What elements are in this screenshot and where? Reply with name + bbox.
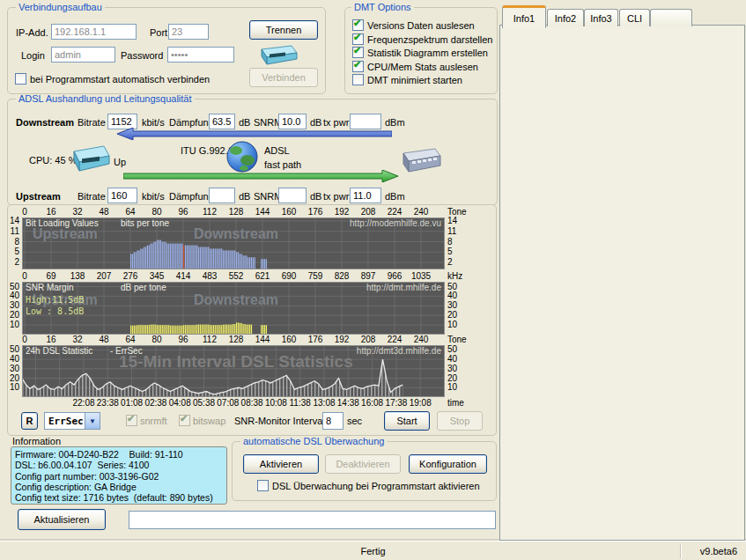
ds-bitrate-unit: kbit/s: [142, 117, 165, 128]
snr-margin-ytick-left: 30: [2, 301, 19, 310]
dsl-statistic-24h-ytick-right: 30: [447, 365, 457, 373]
activate-button[interactable]: Aktivieren: [243, 454, 319, 474]
ds-attenuation-label: Dämpfung: [169, 117, 214, 128]
password-label: Password: [121, 50, 163, 61]
snrmft-label: snrmft: [140, 416, 167, 426]
fastpath-label: fast path: [264, 159, 301, 170]
info-tab-panel: [499, 25, 745, 541]
login-label: Login: [21, 50, 45, 61]
bit-loading-bottom-axis-unit: kHz: [447, 272, 474, 281]
dsl-statistic-24h-ytick-right: 20: [447, 374, 457, 383]
dslam-icon: [398, 143, 442, 176]
dmt-option-label-dmt-minimiert-starten: DMT minimiert starten: [367, 75, 462, 85]
monitoring-startup-checkbox[interactable]: [257, 480, 269, 491]
bitswap-checkbox[interactable]: [179, 415, 190, 426]
dmt-option-label-cpu-mem-stats-auslesen: CPU/Mem Stats auslesen: [367, 62, 478, 72]
start-button[interactable]: Start: [384, 411, 430, 431]
svg-text:High:11.5dB: High:11.5dB: [26, 295, 84, 305]
adsl-group-title: ADSL Aushandlung und Leitungsqualität: [16, 94, 195, 104]
interval-label: SNR-Monitor Interval:: [234, 416, 328, 426]
snrmft-checkbox[interactable]: [126, 415, 137, 426]
checkbox-dmt-minimiert-starten[interactable]: [352, 74, 364, 85]
disconnect-button[interactable]: Trennen: [249, 20, 318, 40]
ds-txpwr-label: tx pwr: [323, 117, 349, 128]
interval-field[interactable]: [322, 412, 343, 430]
deactivate-button[interactable]: Deaktivieren: [325, 454, 401, 474]
checkbox-cpu-mem-stats-auslesen[interactable]: [352, 61, 364, 72]
dsl-statistic-24h-ytick-right: 10: [447, 383, 457, 392]
dsl-statistic-24h-ytick-right: 40: [447, 355, 457, 364]
tab-info3[interactable]: Info3: [584, 9, 618, 26]
bit-loading-plot: UpstreamDownstreamBit Loading Valuesbits…: [22, 217, 445, 269]
status-bar: Fertig v9.beta6: [0, 541, 746, 560]
stop-button[interactable]: Stop: [437, 411, 483, 431]
svg-text:SNR Margin: SNR Margin: [26, 283, 73, 292]
snr-margin-ytick-right: 50: [447, 283, 457, 291]
us-txpwr-label: tx pwr: [323, 191, 349, 202]
checkbox-versions-daten-auslesen[interactable]: [352, 19, 364, 31]
monitoring-startup-label: DSL Überwachung bei Programmstart aktivi…: [272, 481, 480, 491]
tab-blank[interactable]: [650, 9, 692, 26]
statusbar-divider: [680, 544, 681, 558]
snr-margin-ytick-left: 20: [2, 311, 19, 320]
monitoring-group-title: automatische DSL Überwachung: [240, 437, 387, 446]
snr-margin-ytick-left: 10: [2, 321, 19, 329]
dsl-statistic-24h-bottom-axis-tick: 19:08: [403, 399, 438, 408]
bit-loading-top-axis-tick: 240: [403, 208, 439, 217]
tab-info2[interactable]: Info2: [547, 9, 584, 26]
bit-loading-ytick-right: 14: [447, 217, 457, 225]
checkbox-statistik-diagramm-erstellen[interactable]: [352, 47, 364, 58]
svg-text:- ErrSec: - ErrSec: [110, 346, 143, 356]
status-text: Fertig: [0, 546, 746, 556]
bit-loading-ytick-right: 8: [447, 238, 453, 247]
version-text: v9.beta6: [700, 546, 737, 556]
snr-margin-ytick-left: 40: [2, 291, 19, 300]
metric-select-value: ErrSec: [45, 416, 85, 427]
refresh-button[interactable]: Aktualisieren: [18, 509, 106, 530]
dsl-statistic-24h-ytick-left: 10: [2, 383, 19, 392]
checkbox-frequenzspektrum-darstellen[interactable]: [352, 33, 364, 45]
tab-info1[interactable]: Info1: [502, 5, 546, 28]
reset-button[interactable]: R: [21, 412, 38, 430]
bit-loading-ytick-right: 5: [447, 247, 453, 256]
command-field[interactable]: [129, 511, 496, 529]
connect-button[interactable]: Verbinden: [249, 68, 318, 87]
configuration-button[interactable]: Konfiguration: [409, 454, 487, 474]
svg-text:http://dmt.mhilfe.de: http://dmt.mhilfe.de: [366, 283, 441, 292]
dsl-statistic-24h-plot: 15-Min Interval DSL Statistics24h DSL St…: [22, 345, 445, 397]
modem2-icon: [69, 141, 111, 174]
bit-loading-ytick-left: 14: [2, 217, 19, 225]
downstream-arrow-icon: [117, 128, 392, 140]
svg-text:Upstream: Upstream: [33, 226, 98, 241]
login-field[interactable]: [51, 47, 115, 63]
dsl-statistic-24h-bottom-axis-unit: time: [447, 399, 474, 408]
svg-text:Bit Loading Values: Bit Loading Values: [26, 218, 99, 228]
dsl-statistic-24h-ytick-left: 40: [2, 355, 19, 364]
svg-text:http://dmt3d.mhilfe.de: http://dmt3d.mhilfe.de: [357, 346, 442, 356]
autoconnect-checkbox[interactable]: [15, 73, 26, 85]
us-snrm-field[interactable]: [278, 188, 307, 203]
us-attenuation-field[interactable]: [209, 188, 235, 203]
dsl-statistic-24h-ytick-left: 30: [2, 365, 19, 373]
adsl-mode-label: ADSL: [264, 145, 290, 156]
port-field[interactable]: [168, 24, 209, 40]
interval-unit: sec: [347, 416, 362, 426]
password-field[interactable]: [167, 47, 234, 63]
metric-select[interactable]: ErrSec ▼: [44, 412, 100, 430]
bit-loading-bottom-axis-tick: 1035: [403, 272, 439, 281]
us-txpwr-field[interactable]: [350, 188, 381, 203]
autoconnect-label: bei Programmstart automatisch verbinden: [30, 74, 210, 85]
dmt-option-label-statistik-diagramm-erstellen: Statistik Diagramm erstellen: [367, 48, 488, 58]
ip-field[interactable]: [51, 24, 137, 40]
dmt-options-group-title: DMT Options: [351, 3, 414, 12]
information-box: Firmware: 004-D240-B22 Build: 91-110 DSL…: [11, 446, 227, 505]
dropdown-arrow-icon[interactable]: ▼: [85, 413, 100, 429]
us-bitrate-field[interactable]: [107, 188, 137, 203]
dmt-tool-window: Verbindungsaufbau IP-Add. Port Login Pas…: [0, 0, 746, 560]
port-label: Port: [150, 27, 167, 38]
bit-loading-ytick-left: 8: [2, 238, 19, 247]
svg-text:24h DSL Statistic: 24h DSL Statistic: [26, 346, 92, 356]
up-label: Up: [114, 157, 126, 167]
globe-icon: [225, 139, 260, 174]
tab-cli[interactable]: CLI: [619, 9, 650, 26]
